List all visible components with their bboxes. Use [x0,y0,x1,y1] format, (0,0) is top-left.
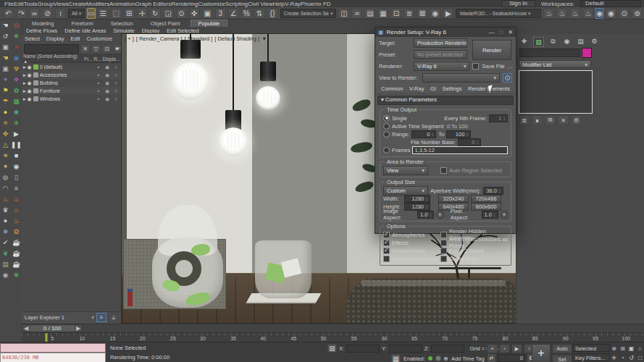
key-filters-button[interactable]: Key Filters... [572,353,610,361]
menu-item[interactable]: Graph Editors [135,1,171,7]
orbit-icon[interactable]: ↺ [627,353,635,362]
strip-tool-icon[interactable]: ⊖ [11,20,22,30]
maximize-button[interactable]: □ [499,29,503,35]
strip-tool-icon[interactable]: ✔ [0,237,11,248]
strip-tool-icon[interactable]: ✾ [11,269,22,280]
displacement-checkbox[interactable] [383,248,390,254]
ribbon-tool[interactable]: Define Idle Areas [64,28,106,34]
next-frame-arrow[interactable]: ▶ [75,325,82,332]
toolbar-icon[interactable]: ∠ [228,8,239,19]
strip-tool-icon[interactable]: ▶ [11,128,22,139]
toolbar-icon[interactable]: ≀ [55,8,66,19]
toolbar-icon[interactable]: ✜ [189,8,200,19]
menu-item[interactable]: Civil View [248,1,273,7]
render-toolbar-icon[interactable]: ♨ [543,8,554,19]
explorer-menu-item[interactable]: Edit [70,35,80,42]
strip-tool-icon[interactable]: ❖ [11,30,22,41]
expand-arrow-icon[interactable]: ▸ [23,88,26,94]
key-set-dropdown[interactable]: Selected [572,344,610,352]
object-name-field[interactable] [519,49,580,57]
super-black-checkbox[interactable] [440,256,447,262]
menu-item[interactable]: Edit [14,1,24,7]
strip-tool-icon[interactable]: ❂ [11,226,22,237]
explorer-search-input[interactable] [24,44,79,54]
toolbar-icon[interactable]: ⊠ [417,8,427,19]
explorer-tool-icon[interactable]: ✕ [80,44,90,54]
add-time-tag[interactable]: Add Time Tag [451,355,485,362]
y-coordinate-field[interactable] [389,345,422,353]
auto-key-button[interactable]: Auto Key [552,344,572,353]
strip-tool-icon[interactable]: ◉ [11,52,22,63]
ribbon-tool[interactable]: Edit Selected [167,28,198,34]
menu-item[interactable]: Help [273,1,285,7]
clipboard-icon[interactable]: ▦ [391,354,401,362]
ribbon-tool[interactable]: Display [142,28,160,34]
strip-tool-icon[interactable]: ▤ [0,258,11,269]
tab-motion[interactable]: ◉ [562,37,572,46]
stack-tool-button[interactable]: ≣ [519,115,530,125]
pixel-aspect-field[interactable]: 1.0↕ [482,211,498,219]
list-view-icon[interactable]: ≡ [96,313,106,322]
time-slider-value[interactable]: 0 / 100 [30,325,75,332]
every-nth-field[interactable]: 1↕ [489,114,508,122]
toolbar-icon[interactable]: 3 [215,8,226,19]
strip-tool-icon[interactable]: ✿ [11,85,22,96]
sign-in-button[interactable]: Sign In [501,0,535,7]
toolbar-icon[interactable]: ◫ [338,8,349,19]
prev-frame-arrow[interactable]: ◀ [22,325,30,332]
menu-item[interactable]: Group [37,1,53,7]
strip-tool-icon[interactable]: ♨ [11,215,22,226]
tab-gi[interactable]: GI [430,85,436,92]
render-setup-dialog[interactable]: ▣ Render Setup: V-Ray 6 — □ ✕ Render Tar… [375,27,517,234]
strip-tool-icon[interactable]: ♛ [0,204,11,215]
go-to-start-button[interactable]: « [487,344,498,353]
toolbar-icon[interactable]: ↷ [16,8,27,19]
render-frame-window-icon[interactable]: ◉ [595,8,603,19]
strip-tool-icon[interactable]: ◉ [11,161,22,172]
toolbar-icon[interactable]: ▦ [377,8,388,19]
stack-tool-button[interactable]: ⧉ [545,115,556,125]
strip-tool-icon[interactable]: △ [0,139,11,150]
width-field[interactable]: 1280↕ [404,195,430,203]
zoom-extents-icon[interactable]: ▣ [627,344,635,353]
strip-tool-icon[interactable]: ☀ [0,150,11,161]
strip-tool-icon[interactable]: ▣ [0,41,11,52]
maxscript-mini-listener[interactable]: 64830/230 MB [0,353,106,362]
explorer-tool-icon[interactable]: ▽ [91,44,101,54]
strip-tool-icon[interactable]: ♨ [11,193,22,204]
toolbar-icon[interactable]: ✛ [137,8,148,19]
time-slider[interactable]: ◀ 0 / 100 ▶ [22,324,83,332]
dialog-title-bar[interactable]: ▣ Render Setup: V-Ray 6 — □ ✕ [375,28,516,37]
strip-tool-icon[interactable]: ● [11,41,22,52]
workspaces-dropdown[interactable]: Default [580,0,641,7]
toolbar-icon[interactable]: % [241,8,252,19]
strip-tool-icon[interactable]: ✦ [0,74,11,85]
toolbar-icon[interactable]: ↻ [150,8,161,19]
menu-item[interactable]: Modifiers [86,1,109,7]
toolbar-icon[interactable]: ▶ [443,8,453,19]
strip-tool-icon[interactable]: ● [0,106,11,117]
explorer-row[interactable]: ▸◉Windows•◉○ [22,95,121,103]
auto-region-checkbox[interactable] [440,167,447,174]
ribbon-tab-object-paint[interactable]: Object Paint [143,20,188,27]
target-dropdown[interactable]: Production Rendering Mode▾ [414,38,467,48]
z-coordinate-field[interactable] [431,345,464,353]
eye-icon[interactable]: ◉ [28,72,32,78]
single-radio[interactable] [383,115,390,122]
layer-explorer-bar[interactable]: Layer Explorer 1▾ ≡ ⫝ [22,311,122,323]
common-parameters-rollout[interactable]: ▾ Common Parameters [377,96,514,105]
viewport-menu-pov[interactable]: [ Render_Camera ] [136,35,183,42]
menu-item[interactable]: File [4,1,14,7]
strip-tool-icon[interactable]: ≡ [11,182,22,193]
strip-tool-icon[interactable]: ❚❚ [11,139,22,150]
maximize-viewport-icon[interactable]: □ [636,353,644,362]
toolbar-icon[interactable]: ⊞ [124,8,135,19]
strip-tool-icon[interactable]: ☕ [11,258,22,269]
preset-320x240-button[interactable]: 320x240 [438,195,469,203]
strip-tool-icon[interactable]: ❦ [0,248,11,258]
render-button[interactable]: Render [472,40,511,60]
viewport-filter-icon[interactable]: ▼ [262,35,267,42]
stack-tool-button[interactable]: ∎ [532,115,543,125]
toolbar-icon[interactable]: ⊘ [42,8,53,19]
range-radio[interactable] [383,131,390,138]
